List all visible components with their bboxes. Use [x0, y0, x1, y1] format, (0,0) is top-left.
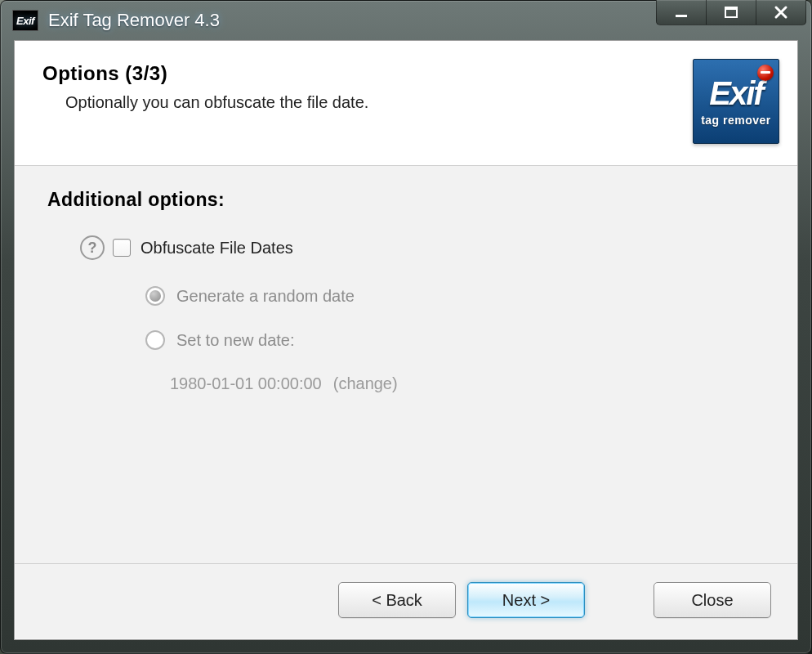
help-icon[interactable]: ? — [80, 235, 105, 260]
app-icon: Exif — [12, 10, 38, 31]
change-date-link[interactable]: (change) — [333, 374, 398, 393]
close-button[interactable] — [756, 0, 806, 25]
window-title: Exif Tag Remover 4.3 — [48, 10, 220, 31]
date-value-row: 1980-01-01 00:00:00 (change) — [170, 374, 770, 393]
date-value: 1980-01-01 00:00:00 — [170, 374, 322, 393]
obfuscate-checkbox[interactable] — [113, 239, 131, 257]
logo-text-big: Exif — [709, 77, 762, 110]
radio-set-date-label: Set to new date: — [176, 331, 295, 350]
logo-text-small: tag remover — [701, 114, 771, 126]
radio-set-date[interactable] — [145, 330, 165, 350]
remove-icon — [757, 65, 774, 81]
next-button[interactable]: Next > — [467, 582, 585, 618]
wizard-footer: < Back Next > Close — [15, 563, 797, 639]
window-controls — [656, 0, 806, 25]
close-wizard-button[interactable]: Close — [654, 582, 771, 618]
wizard-content: Additional options: ? Obfuscate File Dat… — [15, 166, 797, 563]
footer-gap — [596, 582, 642, 618]
obfuscate-label: Obfuscate File Dates — [141, 239, 293, 258]
page-title: Options (3/3) — [42, 62, 693, 85]
maximize-button[interactable] — [707, 0, 756, 25]
set-date-row: Set to new date: — [145, 330, 770, 350]
minimize-button[interactable] — [656, 0, 707, 25]
radio-random-date-label: Generate a random date — [176, 287, 355, 306]
app-window: Exif Exif Tag Remover 4.3 — [0, 0, 812, 654]
desktop-background: Exif Exif Tag Remover 4.3 — [0, 0, 812, 654]
radio-random-date[interactable] — [145, 286, 165, 306]
app-logo: Exif tag remover — [693, 59, 779, 144]
titlebar[interactable]: Exif Exif Tag Remover 4.3 — [1, 1, 811, 40]
section-title: Additional options: — [47, 189, 770, 211]
obfuscate-row: ? Obfuscate File Dates — [80, 235, 770, 260]
page-subtitle: Optionally you can obfuscate the file da… — [65, 93, 693, 112]
svg-rect-2 — [725, 7, 737, 10]
wizard-client-area: Options (3/3) Optionally you can obfusca… — [14, 40, 798, 640]
random-date-row: Generate a random date — [145, 286, 770, 306]
svg-rect-0 — [676, 15, 687, 17]
wizard-header: Options (3/3) Optionally you can obfusca… — [15, 41, 797, 166]
back-button[interactable]: < Back — [338, 582, 456, 618]
